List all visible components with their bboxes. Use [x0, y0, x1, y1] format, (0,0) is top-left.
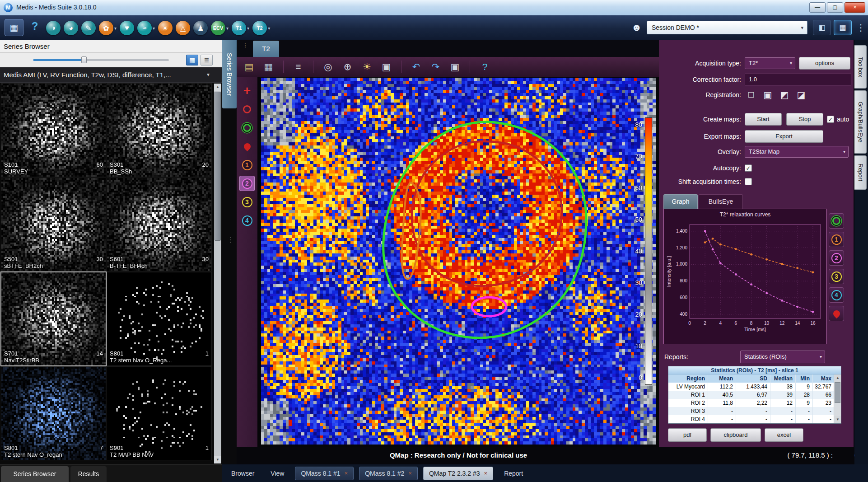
zoom-icon[interactable]: ◎ [322, 61, 334, 72]
app-qflow-icon[interactable]: ✿ [99, 21, 113, 35]
excel-button[interactable]: excel [765, 428, 803, 442]
marker-tool[interactable] [239, 139, 255, 154]
show-roi-2-curve[interactable]: 2 [829, 250, 844, 266]
maximize-button[interactable]: ▢ [827, 2, 843, 13]
registration-mode-2-icon[interactable]: ▣ [761, 89, 774, 100]
workspace-tab-report[interactable]: Report [499, 467, 528, 480]
workspace-tab-qmass-8-1-1[interactable]: QMass 8.1 #1× [295, 467, 354, 480]
overlay-select[interactable]: T2Star Map ▾ [745, 146, 849, 158]
roi2-contour[interactable] [472, 297, 506, 316]
workspace-tab-view[interactable]: View [265, 467, 289, 480]
tab-close-icon[interactable]: × [484, 467, 488, 480]
app-flow4d-icon[interactable]: ✴ [158, 21, 173, 35]
roi-4-tool[interactable]: 4 [239, 213, 255, 228]
vertical-tab-toolbox[interactable]: Toolbox [854, 45, 867, 89]
correction-factor-field[interactable]: 1.0 [745, 74, 851, 85]
panel-tab-series-browser[interactable]: Series Browser [1, 466, 69, 482]
tab-close-icon[interactable]: × [408, 467, 412, 480]
auto-checkbox[interactable]: ✓ [827, 116, 834, 123]
tab-bullseye[interactable]: BullsEye [699, 194, 743, 209]
open-study-icon[interactable]: ▤ [243, 61, 255, 72]
tab-t2[interactable]: T2 [253, 41, 279, 57]
vertical-tab-graph-bullseye[interactable]: Graph/BullsEye [854, 90, 867, 154]
roi1-contour[interactable] [402, 183, 421, 279]
stats-row-roi-3[interactable]: ROI 3----- [668, 407, 835, 415]
app-spectro-icon[interactable]: △ [176, 21, 190, 35]
snapshot-icon[interactable]: ▣ [380, 61, 392, 72]
tab-graph[interactable]: Graph [663, 194, 698, 209]
shift-checkbox[interactable] [745, 178, 752, 185]
roi-3-tool[interactable]: 3 [239, 194, 255, 210]
stats-row-roi-4[interactable]: ROI 4----- [668, 415, 835, 423]
reports-select[interactable]: Statistics (ROIs) ▾ [740, 351, 825, 363]
pan-icon[interactable]: ⊕ [341, 61, 354, 72]
stats-row-roi-1[interactable]: ROI 140,56,97392866 [668, 391, 835, 399]
series-scrollbar[interactable]: ▲ ▼ [214, 84, 221, 463]
epi-contour-tool[interactable] [239, 120, 255, 136]
series-thumbnail[interactable]: S9011T2 MAP BB NAV [107, 367, 211, 460]
chevron-down-icon[interactable]: ▾ [226, 26, 229, 31]
chevron-down-icon[interactable]: ▾ [268, 26, 270, 31]
stats-row-roi-2[interactable]: ROI 211,82,2212923 [668, 399, 835, 407]
list-view-button[interactable]: ≣ [201, 55, 213, 66]
session-select[interactable]: Session DEMO * ▾ [647, 21, 807, 34]
movie-snapshot-icon[interactable]: ▣ [449, 61, 461, 72]
app-annotate-icon[interactable]: ✎ [81, 21, 96, 35]
tab-close-icon[interactable]: × [345, 467, 348, 480]
app-compare-icon[interactable]: ◕ [64, 21, 78, 35]
show-roi-1-curve[interactable]: 1 [829, 232, 844, 247]
fullscreen-layout-button[interactable]: ▦ [834, 20, 852, 35]
app-review-icon[interactable]: ◑ [46, 21, 61, 35]
series-thumbnail[interactable]: S30120BB_SSh [107, 84, 211, 177]
series-thumbnail[interactable]: S60130B-TFE_BH4ch [107, 178, 211, 271]
scrollbar-thumb[interactable] [835, 382, 840, 403]
show-epi-curve[interactable] [829, 213, 844, 229]
chevron-down-icon[interactable]: ▾ [153, 26, 155, 31]
series-thumbnail[interactable]: S70114NaviT2StirBB [1, 272, 106, 365]
splitter-grip-icon[interactable]: ⋮ [227, 238, 234, 242]
show-roi-4-curve[interactable]: 4 [829, 287, 844, 303]
export-button[interactable]: Export [745, 130, 823, 143]
minimize-button[interactable]: — [809, 2, 826, 13]
grid-view-button[interactable]: ▦ [186, 55, 198, 66]
show-marker-curve[interactable] [829, 306, 844, 321]
app-t2-icon[interactable]: T2 [252, 21, 267, 35]
pdf-button[interactable]: pdf [668, 428, 707, 442]
series-layout-button[interactable]: ▦ [5, 19, 23, 36]
series-thumbnail[interactable]: S8017T2 stern Nav O_regan [1, 367, 106, 460]
app-qstrain-icon[interactable]: ≈ [137, 21, 152, 35]
series-thumbnail[interactable]: S50130sBTFE_BH2ch [1, 178, 106, 271]
window-layout-button[interactable]: ◧ [813, 20, 831, 35]
registration-mode-3-icon[interactable]: ◩ [778, 89, 791, 100]
slider-handle[interactable] [81, 56, 87, 63]
roi-1-tool[interactable]: 1 [239, 157, 255, 173]
contour-list-icon[interactable]: ≡ [292, 61, 304, 72]
table-scrollbar[interactable]: ▲ ▼ [834, 374, 841, 423]
autocopy-checkbox[interactable]: ✓ [745, 164, 752, 172]
app-t1-icon[interactable]: T1 [232, 21, 246, 35]
chevron-down-icon[interactable]: ▾ [247, 26, 249, 31]
study-select[interactable]: Medis AMI (LV, RV Function, T2w, DSI, di… [0, 67, 222, 83]
scrollbar-thumb[interactable] [215, 92, 221, 241]
viewer-menu-grip[interactable]: ⋮ [240, 42, 250, 55]
thumbnail-size-slider[interactable] [33, 59, 169, 61]
redo-icon[interactable]: ↷ [429, 61, 442, 72]
registration-mode-1-icon[interactable]: □ [745, 89, 757, 100]
scroll-up-icon[interactable]: ▲ [834, 374, 841, 382]
stop-button[interactable]: Stop [786, 113, 823, 126]
scroll-down-icon[interactable]: ▼ [214, 456, 221, 463]
series-thumbnail[interactable]: S10160SURVEY [1, 84, 106, 177]
app-viewer3d-icon[interactable]: ♟ [193, 21, 208, 35]
roi-2-tool[interactable]: 2 [239, 176, 255, 191]
show-roi-3-curve[interactable]: 3 [829, 269, 844, 284]
series-thumbnail[interactable]: S8011T2 stern Nav O_Rega... [107, 272, 211, 365]
clipboard-button[interactable]: clipboard [710, 428, 761, 442]
window-level-icon[interactable]: ☀ [361, 61, 373, 72]
save-icon[interactable]: ▦ [262, 61, 275, 72]
undo-icon[interactable]: ↶ [410, 61, 422, 72]
add-point-tool[interactable]: + [239, 83, 255, 98]
stats-row-lv-myocard[interactable]: LV Myocard112,21.433,4438932.767 [668, 383, 835, 391]
help-button[interactable]: ? [28, 20, 42, 33]
workspace-tab-qmap-t2-2-3-2-3[interactable]: QMap T2 2.3.2 #3× [423, 467, 493, 480]
t2-map-viewport[interactable]: 80706050403020100 [261, 78, 656, 445]
